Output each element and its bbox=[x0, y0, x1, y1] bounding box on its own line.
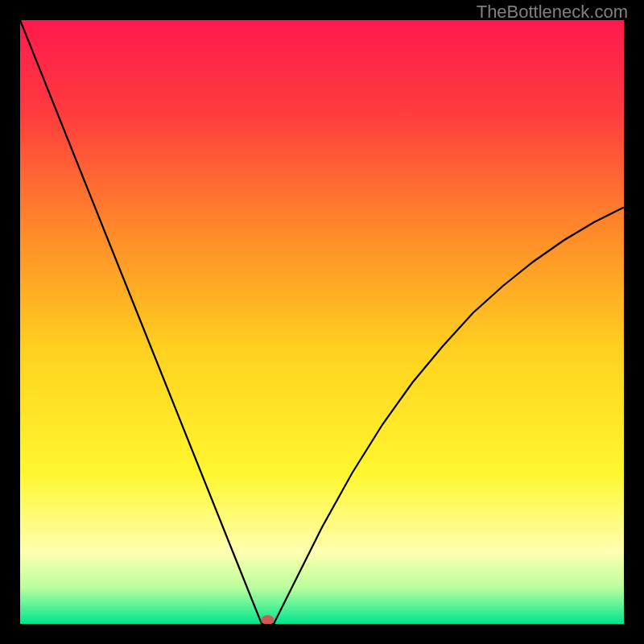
plot-svg bbox=[20, 20, 624, 624]
gradient-background bbox=[20, 20, 624, 624]
plot-frame bbox=[20, 20, 624, 624]
chart-container: TheBottleneck.com bbox=[0, 0, 644, 644]
